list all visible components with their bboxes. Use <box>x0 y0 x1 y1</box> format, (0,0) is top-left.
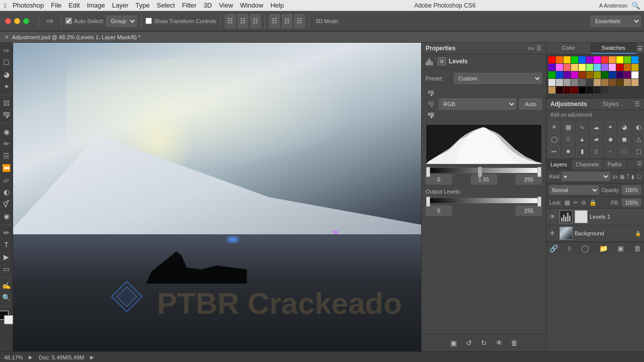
swatch-item[interactable] <box>548 86 555 94</box>
swatch-item[interactable] <box>616 64 623 71</box>
move-tool-button[interactable]: ⇨ <box>43 14 57 28</box>
text-tool-icon[interactable]: T <box>1 239 12 250</box>
add-mask-button[interactable]: ◯ <box>581 244 589 252</box>
channels-tab-button[interactable]: Channels <box>572 159 603 169</box>
lock-transparent-button[interactable]: ▩ <box>565 199 570 206</box>
swatch-item[interactable] <box>601 56 608 63</box>
spot-heal-tool-icon[interactable]: ◉ <box>1 126 12 137</box>
menu-type[interactable]: Type <box>135 2 149 9</box>
shape-tool-icon[interactable]: ▭ <box>1 263 12 275</box>
colorbalance-adj-icon[interactable]: ◐ <box>633 122 644 133</box>
delete-layer-button[interactable]: 🗑 <box>634 244 641 252</box>
swatch-item[interactable] <box>616 71 623 78</box>
menu-select[interactable]: Select <box>157 2 175 9</box>
add-mask-icon[interactable]: □ <box>619 146 630 157</box>
eraser-tool-icon[interactable]: ▱ <box>1 174 12 186</box>
swatch-item[interactable] <box>601 79 608 86</box>
reset-button[interactable]: ↻ <box>478 337 490 348</box>
swatch-item[interactable] <box>571 71 578 78</box>
layers-tab-button[interactable]: Layers <box>546 159 572 169</box>
add-style-button[interactable]: ◊ <box>568 244 572 252</box>
properties-expand-icon[interactable]: »» <box>528 45 534 52</box>
maximize-window-button[interactable] <box>23 18 29 24</box>
swatch-item[interactable] <box>571 64 578 71</box>
swatch-item[interactable] <box>556 71 563 78</box>
add-vectormask-icon[interactable]: ▢ <box>633 146 644 157</box>
vibrance-adj-icon[interactable]: ✦ <box>605 122 616 133</box>
channel-dropdown[interactable]: RGB <box>439 99 516 110</box>
black-point-eyedropper[interactable]: 🖦 <box>426 88 436 98</box>
white-point-slider[interactable] <box>537 167 541 177</box>
align-middle-button[interactable]: ☷ <box>237 14 248 28</box>
swatch-item[interactable] <box>548 56 555 63</box>
swatch-item[interactable] <box>564 64 571 71</box>
kind-filter-shape[interactable]: ▮ <box>631 174 634 179</box>
align-bottom-button[interactable]: ☷ <box>250 14 261 28</box>
swatch-item[interactable] <box>564 56 571 63</box>
progress-icon[interactable]: ▶ <box>90 354 94 360</box>
delete-adjustment-button[interactable]: 🗑 <box>509 337 520 348</box>
auto-select-checkbox[interactable] <box>65 18 72 24</box>
layers-kind-select[interactable]: ♥ <box>561 172 610 181</box>
swatch-item[interactable] <box>564 71 571 78</box>
menu-image[interactable]: Image <box>87 2 105 9</box>
lock-position-button[interactable]: ⊖ <box>581 199 586 206</box>
gray-point-eyedropper[interactable]: 🖦 <box>426 99 436 109</box>
kind-filter-adj[interactable]: ▩ <box>620 174 624 179</box>
fill-input[interactable]: 100% <box>622 199 641 207</box>
output-white-slider[interactable] <box>537 197 541 207</box>
crop-tool-icon[interactable]: ⛝ <box>1 98 12 109</box>
history-brush-icon[interactable]: ⏪ <box>1 162 12 173</box>
black-point-slider[interactable] <box>426 167 430 177</box>
magic-wand-tool-icon[interactable]: ✶ <box>1 81 12 92</box>
swatch-item[interactable] <box>548 79 555 86</box>
pen-tool-icon[interactable]: ✏ <box>1 227 12 238</box>
swatch-item[interactable] <box>579 64 586 71</box>
pattern-fill-icon[interactable]: ▫ <box>605 146 616 157</box>
kind-filter-pixel[interactable]: px <box>612 174 618 179</box>
invert-adj-icon[interactable]: ◆ <box>605 134 616 145</box>
clone-tool-icon[interactable]: ☴ <box>1 150 12 161</box>
colorlookup-adj-icon[interactable]: ▰ <box>591 134 602 145</box>
swatch-item[interactable] <box>601 86 608 94</box>
layers-menu-icon[interactable]: ☰ <box>635 159 644 169</box>
swatch-item[interactable] <box>624 64 631 71</box>
threshold-adj-icon[interactable]: △ <box>633 134 644 145</box>
swatch-item[interactable] <box>571 79 578 86</box>
show-transform-checkbox[interactable] <box>145 18 152 24</box>
menu-window[interactable]: Window <box>240 2 263 9</box>
swatch-item[interactable] <box>594 71 601 78</box>
auto-button[interactable]: Auto <box>519 99 542 110</box>
midtone-slider[interactable] <box>478 167 482 177</box>
swatch-item[interactable] <box>579 56 586 63</box>
dodge-tool-icon[interactable]: ◉ <box>1 211 12 222</box>
swatch-item[interactable] <box>601 64 608 71</box>
align-top-button[interactable]: ☷ <box>225 14 235 28</box>
swatch-item[interactable] <box>586 71 593 78</box>
menu-layer[interactable]: Layer <box>112 2 129 9</box>
gradient-tool-icon[interactable]: ◐ <box>1 187 12 198</box>
swatch-item[interactable] <box>586 64 593 71</box>
menu-edit[interactable]: Edit <box>68 2 79 9</box>
background-visibility-icon[interactable]: 👁 <box>549 230 557 237</box>
properties-menu-icon[interactable]: ☰ <box>536 45 542 52</box>
link-layers-button[interactable]: 🔗 <box>549 244 558 252</box>
align-left-button[interactable]: ☷ <box>269 14 280 28</box>
blur-tool-icon[interactable]: ⚥ <box>1 199 12 210</box>
layer-item-background[interactable]: 👁 Background 🔒 <box>546 225 644 242</box>
move-tool-icon[interactable]: ⇨ <box>1 45 12 56</box>
zoom-icon[interactable]: ▶ <box>29 354 33 360</box>
opacity-input[interactable]: 100% <box>622 186 641 195</box>
swatch-item[interactable] <box>609 79 616 86</box>
menu-help[interactable]: Help <box>270 2 284 9</box>
fg-bg-colors[interactable] <box>0 311 14 325</box>
lock-image-button[interactable]: ✏ <box>573 199 578 206</box>
minimize-window-button[interactable] <box>14 18 20 24</box>
swatch-item[interactable] <box>594 56 601 63</box>
swatch-item[interactable] <box>631 56 638 63</box>
swatch-item[interactable] <box>586 86 593 94</box>
swatch-item[interactable] <box>586 79 593 86</box>
paths-tab-button[interactable]: Paths <box>604 159 626 169</box>
swatch-item[interactable] <box>631 71 638 78</box>
selectivecolor-adj-icon[interactable]: ■ <box>562 146 574 157</box>
